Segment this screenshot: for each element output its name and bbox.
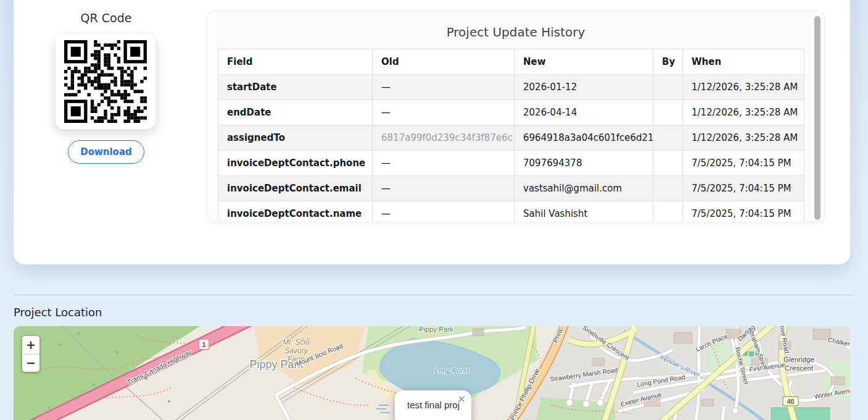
cell-by bbox=[653, 75, 683, 100]
qr-code-card bbox=[56, 34, 155, 129]
cell-when: 1/12/2026, 3:25:28 AM bbox=[683, 100, 804, 125]
popup-close-icon[interactable]: × bbox=[458, 393, 466, 405]
table-row: invoiceDeptContact.email — vastsahil@gma… bbox=[218, 176, 804, 201]
cell-by bbox=[653, 151, 683, 176]
cell-new: 2026-04-14 bbox=[515, 100, 653, 125]
table-header-row: Field Old New By When bbox=[218, 49, 804, 75]
map-label-mt-scio-1: Mt. Scio bbox=[283, 338, 310, 346]
zoom-out-button[interactable]: − bbox=[22, 355, 39, 372]
table-row: endDate — 2026-04-14 1/12/2026, 3:25:28 … bbox=[218, 100, 804, 125]
route-shield-40: 40 bbox=[783, 397, 798, 406]
cell-field: invoiceDeptContact.email bbox=[218, 176, 373, 201]
shield-1-label: 1 bbox=[202, 341, 205, 348]
cell-when: 1/12/2026, 3:25:28 AM bbox=[683, 75, 804, 100]
cell-by bbox=[653, 100, 683, 125]
qr-code-image bbox=[64, 40, 147, 123]
page: QR Code Download Project Update History … bbox=[0, 0, 868, 420]
column-header-field: Field bbox=[218, 49, 373, 75]
cell-field: endDate bbox=[218, 100, 373, 125]
cell-by bbox=[653, 176, 683, 201]
column-header-old: Old bbox=[373, 49, 515, 75]
cell-when: 1/12/2026, 3:25:28 AM bbox=[683, 125, 804, 151]
update-history-card: Project Update History Field Old New By … bbox=[207, 10, 825, 222]
table-row: invoiceDeptContact.name — Sahil Vashisht… bbox=[218, 201, 804, 223]
shield-40-label: 40 bbox=[787, 398, 795, 405]
column-header-new: New bbox=[515, 49, 653, 75]
table-scrollbar[interactable] bbox=[814, 16, 820, 220]
column-header-when: When bbox=[683, 49, 804, 75]
map-popup-text: test final proj bbox=[407, 400, 460, 410]
cell-new: vastsahil@gmail.com bbox=[515, 176, 653, 201]
cell-when: 7/5/2025, 7:04:15 PM bbox=[683, 151, 804, 176]
update-history-title: Project Update History bbox=[207, 25, 824, 40]
highway-shield-1: 1 bbox=[199, 339, 209, 350]
project-location-heading: Project Location bbox=[14, 306, 102, 319]
cell-new: 6964918a3a04c601fce6d214 bbox=[515, 125, 653, 151]
column-header-by: By bbox=[653, 49, 683, 75]
cell-old: 6817a99f0d239c34f3f87e6c bbox=[373, 125, 515, 151]
cell-by bbox=[653, 201, 683, 223]
cell-old: — bbox=[373, 100, 515, 125]
cell-by bbox=[653, 125, 683, 151]
cell-when: 7/5/2025, 7:04:15 PM bbox=[683, 201, 804, 223]
cell-field: startDate bbox=[218, 75, 373, 100]
cell-new: 7097694378 bbox=[515, 151, 653, 176]
download-button[interactable]: Download bbox=[68, 140, 144, 164]
map-label-long-pond: Long Pond bbox=[434, 367, 469, 374]
cell-when: 7/5/2025, 7:04:15 PM bbox=[683, 176, 804, 201]
cell-field: invoiceDeptContact.name bbox=[218, 201, 373, 223]
map-label-glenridge-1: Glenridge bbox=[783, 356, 814, 363]
table-row: assignedTo 6817a99f0d239c34f3f87e6c 6964… bbox=[218, 125, 804, 151]
cell-old: — bbox=[373, 151, 515, 176]
cell-field: invoiceDeptContact.phone bbox=[218, 151, 373, 176]
cell-new: Sahil Vashisht bbox=[515, 201, 653, 223]
qr-section-title: QR Code bbox=[44, 11, 168, 25]
map-zoom-control: + − bbox=[22, 336, 39, 372]
table-row: invoiceDeptContact.phone — 7097694378 7/… bbox=[218, 151, 804, 176]
map-label-glenridge-2: Crescent bbox=[785, 364, 814, 372]
cell-field: assignedTo bbox=[218, 125, 373, 151]
cell-old: — bbox=[373, 176, 515, 201]
project-location-map[interactable]: 1 40 Pippy Park Mt. Scio Savory Farm Pip… bbox=[14, 326, 850, 420]
map-label-mt-scio-2: Savory bbox=[284, 346, 308, 355]
zoom-in-button[interactable]: + bbox=[22, 336, 39, 355]
map-popup: test final proj × bbox=[395, 390, 471, 420]
table-row: startDate — 2026-01-12 1/12/2026, 3:25:2… bbox=[218, 75, 804, 100]
update-history-table: Field Old New By When startDate — 2026-0… bbox=[218, 49, 804, 222]
cell-new: 2026-01-12 bbox=[515, 75, 653, 100]
cell-old: — bbox=[373, 75, 515, 100]
cell-old: — bbox=[373, 201, 515, 223]
map-label-pippy-park-green: Pippy Park bbox=[419, 326, 453, 333]
section-divider bbox=[14, 295, 854, 295]
project-detail-card: QR Code Download Project Update History … bbox=[14, 0, 850, 264]
